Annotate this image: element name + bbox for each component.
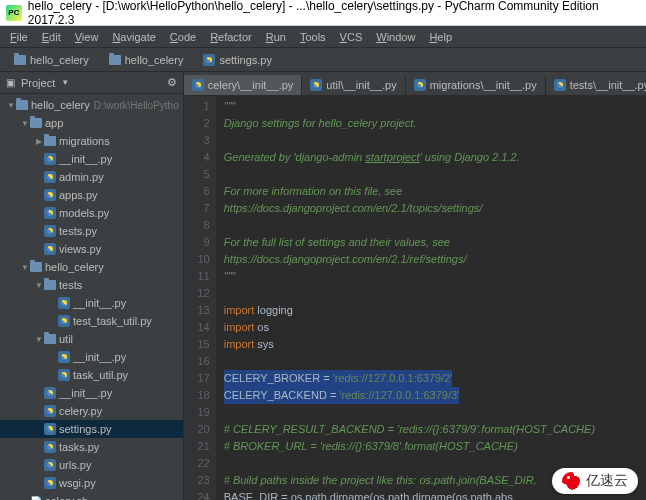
tree-item[interactable]: tasks.py xyxy=(0,438,183,456)
tree-item[interactable]: util xyxy=(0,330,183,348)
line-number: 2 xyxy=(184,115,210,132)
code-content[interactable]: """Django settings for hello_celery proj… xyxy=(216,96,646,500)
folder-icon xyxy=(109,55,121,65)
tree-item[interactable]: test_task_util.py xyxy=(0,312,183,330)
tree-item[interactable]: __init__.py xyxy=(0,384,183,402)
breadcrumb-item[interactable]: hello_celery xyxy=(101,52,192,68)
line-number: 8 xyxy=(184,217,210,234)
menu-tools[interactable]: Tools xyxy=(294,29,332,45)
breadcrumb-label: settings.py xyxy=(219,54,272,66)
tree-item[interactable]: urls.py xyxy=(0,456,183,474)
python-file-icon xyxy=(58,297,70,309)
tree-arrow-icon[interactable] xyxy=(6,101,16,110)
menu-vcs[interactable]: VCS xyxy=(334,29,369,45)
window-titlebar: PC hello_celery - [D:\work\HelloPython\h… xyxy=(0,0,646,26)
editor-tab[interactable]: migrations\__init__.py xyxy=(406,75,546,95)
chevron-down-icon[interactable]: ▼ xyxy=(61,78,69,87)
tree-item[interactable]: tests.py xyxy=(0,222,183,240)
line-number: 24 xyxy=(184,489,210,500)
tree-item[interactable]: wsgi.py xyxy=(0,474,183,492)
tree-item[interactable]: task_util.py xyxy=(0,366,183,384)
menu-help[interactable]: Help xyxy=(423,29,458,45)
watermark-badge: 亿速云 xyxy=(552,468,638,494)
tree-item[interactable]: __init__.py xyxy=(0,348,183,366)
line-number: 10 xyxy=(184,251,210,268)
editor-tab[interactable]: celery\__init__.py xyxy=(184,75,303,95)
line-number: 14 xyxy=(184,319,210,336)
tree-item[interactable]: celery.py xyxy=(0,402,183,420)
tree-item[interactable]: settings.py xyxy=(0,420,183,438)
editor-tab[interactable]: util\__init__.py xyxy=(302,75,405,95)
python-file-icon xyxy=(414,79,426,91)
python-file-icon xyxy=(44,477,56,489)
tree-item-label: tasks.py xyxy=(59,441,99,453)
python-file-icon xyxy=(58,369,70,381)
tree-item[interactable]: hello_celeryD:\work\HelloPytho xyxy=(0,96,183,114)
watermark-logo-icon xyxy=(562,472,580,490)
line-number: 19 xyxy=(184,404,210,421)
menu-view[interactable]: View xyxy=(69,29,105,45)
tree-arrow-icon[interactable] xyxy=(34,281,44,290)
tree-item-label: task_util.py xyxy=(73,369,128,381)
tree-item-label: settings.py xyxy=(59,423,112,435)
tree-arrow-icon[interactable] xyxy=(34,335,44,344)
editor-tab-bar: celery\__init__.pyutil\__init__.pymigrat… xyxy=(184,72,646,96)
menu-code[interactable]: Code xyxy=(164,29,202,45)
code-line xyxy=(224,217,646,234)
tree-item[interactable]: models.py xyxy=(0,204,183,222)
code-line: import logging xyxy=(224,302,646,319)
code-line: Generated by 'django-admin startproject'… xyxy=(224,149,646,166)
tree-arrow-icon[interactable] xyxy=(34,137,44,146)
code-line: For more information on this file, see xyxy=(224,183,646,200)
tree-item-label: apps.py xyxy=(59,189,98,201)
gear-icon[interactable]: ⚙ xyxy=(167,76,177,89)
breadcrumb-item[interactable]: hello_celery xyxy=(6,52,97,68)
line-number: 5 xyxy=(184,166,210,183)
tree-item[interactable]: views.py xyxy=(0,240,183,258)
file-icon: 📄 xyxy=(30,496,42,501)
code-line: # BROKER_URL = 'redis://{}:6379/8'.forma… xyxy=(224,438,646,455)
code-line xyxy=(224,132,646,149)
project-tree[interactable]: hello_celeryD:\work\HelloPythoappmigrati… xyxy=(0,94,183,500)
menu-run[interactable]: Run xyxy=(260,29,292,45)
tree-item[interactable]: tests xyxy=(0,276,183,294)
tree-item[interactable]: hello_celery xyxy=(0,258,183,276)
editor-tab-label: migrations\__init__.py xyxy=(430,79,537,91)
window-title: hello_celery - [D:\work\HelloPython\hell… xyxy=(28,0,640,27)
code-line: """ xyxy=(224,98,646,115)
tree-item[interactable]: __init__.py xyxy=(0,294,183,312)
tree-item[interactable]: 📄celery.sh xyxy=(0,492,183,500)
tool-window-header[interactable]: ▣ Project ▼ ⚙ xyxy=(0,72,183,94)
menu-edit[interactable]: Edit xyxy=(36,29,67,45)
menu-window[interactable]: Window xyxy=(370,29,421,45)
project-dropdown-icon[interactable]: ▣ xyxy=(6,77,15,88)
menu-navigate[interactable]: Navigate xyxy=(106,29,161,45)
tree-item-label: hello_celery xyxy=(31,99,90,111)
tree-item[interactable]: apps.py xyxy=(0,186,183,204)
folder-icon xyxy=(44,334,56,344)
tree-item-label: views.py xyxy=(59,243,101,255)
menu-refactor[interactable]: Refactor xyxy=(204,29,258,45)
python-file-icon xyxy=(44,405,56,417)
tree-item-label: __init__.py xyxy=(73,351,126,363)
code-line: CELERY_BROKER = 'redis://127.0.0.1:6379/… xyxy=(224,370,646,387)
breadcrumb-item[interactable]: settings.py xyxy=(195,52,280,68)
tree-item[interactable]: migrations xyxy=(0,132,183,150)
code-line xyxy=(224,353,646,370)
tree-item[interactable]: admin.py xyxy=(0,168,183,186)
tree-arrow-icon[interactable] xyxy=(20,119,30,128)
code-line: import os xyxy=(224,319,646,336)
python-file-icon xyxy=(203,54,215,66)
editor-area: celery\__init__.pyutil\__init__.pymigrat… xyxy=(184,72,646,500)
line-number: 12 xyxy=(184,285,210,302)
tree-item[interactable]: __init__.py xyxy=(0,150,183,168)
python-file-icon xyxy=(44,387,56,399)
tree-arrow-icon[interactable] xyxy=(20,263,30,272)
editor-body[interactable]: 123456789101112131415161718192021222324 … xyxy=(184,96,646,500)
editor-tab[interactable]: tests\__init__.py xyxy=(546,75,646,95)
tree-item-label: __init__.py xyxy=(59,387,112,399)
tree-item[interactable]: app xyxy=(0,114,183,132)
editor-tab-label: celery\__init__.py xyxy=(208,79,294,91)
tree-item-label: celery.sh xyxy=(45,495,88,500)
menu-file[interactable]: File xyxy=(4,29,34,45)
